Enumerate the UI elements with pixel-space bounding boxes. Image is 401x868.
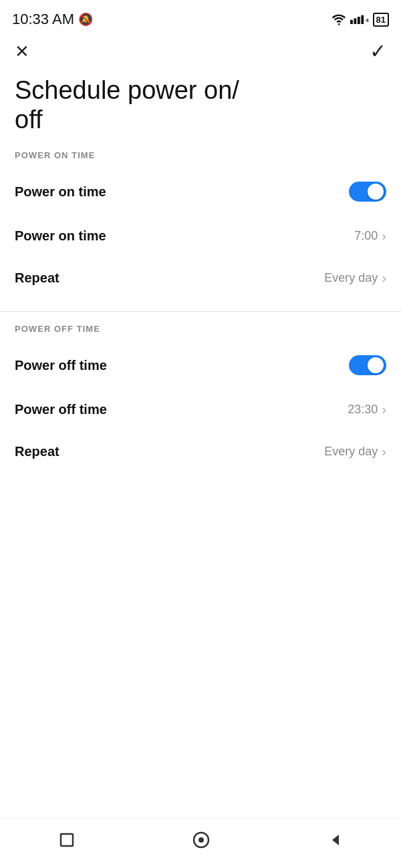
home-button[interactable] [192,831,211,849]
power-off-time-label: Power off time [15,402,107,417]
page-title: Schedule power on/off [0,69,401,150]
recent-apps-button[interactable] [58,831,76,849]
power-on-time-row[interactable]: Power on time 7:00 › [0,215,401,257]
power-off-repeat-chevron: › [382,444,386,459]
power-on-time-right: 7:00 › [354,228,386,244]
home-circle-icon [192,831,211,849]
svg-rect-1 [350,20,353,24]
close-button[interactable]: ✕ [15,43,29,60]
power-off-repeat-row[interactable]: Repeat Every day › [0,431,401,473]
square-icon [58,831,76,849]
status-bar: 10:33 AM 🔕 4G 81 [0,0,401,36]
power-on-repeat-chevron: › [382,270,386,286]
svg-text:4G: 4G [366,17,369,23]
power-off-toggle-label: Power off time [15,358,107,373]
bell-muted-icon: 🔕 [78,12,93,27]
svg-marker-9 [332,835,339,845]
power-on-repeat-right: Every day › [324,270,386,286]
power-on-time-chevron: › [382,228,386,244]
power-on-repeat-label: Repeat [15,270,59,286]
back-icon [327,832,343,848]
power-on-repeat-row[interactable]: Repeat Every day › [0,257,401,299]
battery-level: 81 [376,15,386,25]
battery-indicator: 81 [373,13,389,27]
svg-point-8 [198,837,204,843]
time-text: 10:33 AM [12,11,74,28]
power-off-section: POWER OFF TIME Power off time Power off … [0,324,401,473]
power-on-toggle-row: Power on time [0,168,401,215]
back-button[interactable] [327,832,343,848]
confirm-button[interactable]: ✓ [370,41,386,61]
power-off-time-value: 23:30 [348,403,378,417]
power-on-toggle[interactable] [349,182,386,202]
power-off-repeat-label: Repeat [15,444,59,459]
power-on-time-label: Power on time [15,228,106,244]
power-on-section: POWER ON TIME Power on time Power on tim… [0,150,401,299]
power-off-time-chevron: › [382,402,386,417]
svg-rect-3 [357,17,360,24]
power-off-repeat-right: Every day › [324,444,386,459]
power-off-toggle-row: Power off time [0,342,401,389]
power-off-section-label: POWER OFF TIME [0,324,401,342]
power-on-toggle-label: Power on time [15,184,106,200]
power-on-section-label: POWER ON TIME [0,150,401,168]
power-off-time-right: 23:30 › [348,402,386,417]
status-time: 10:33 AM 🔕 [12,11,93,28]
svg-rect-6 [61,834,73,846]
power-off-time-row[interactable]: Power off time 23:30 › [0,389,401,431]
status-icons: 4G 81 [331,13,389,27]
wifi-icon [331,13,346,25]
svg-point-0 [338,23,340,25]
power-on-time-value: 7:00 [354,229,378,243]
svg-rect-4 [361,15,364,24]
power-off-repeat-value: Every day [324,445,378,459]
top-nav: ✕ ✓ [0,36,401,69]
signal-icon: 4G [350,13,369,25]
bottom-nav [0,818,401,868]
svg-rect-2 [354,18,356,24]
power-off-toggle[interactable] [349,355,386,375]
section-divider [0,311,401,312]
power-on-repeat-value: Every day [324,271,378,285]
